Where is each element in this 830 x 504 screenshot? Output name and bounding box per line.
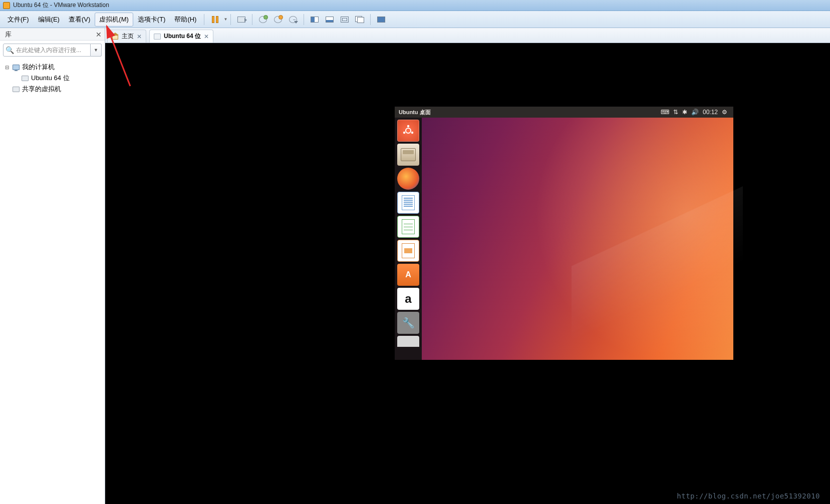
search-icon: 🔍 bbox=[6, 46, 14, 54]
tree-vm-ubuntu-label: Ubuntu 64 位 bbox=[31, 74, 70, 83]
power-dropdown[interactable]: ▼ bbox=[223, 17, 227, 22]
window-title: Ubuntu 64 位 - VMware Workstation bbox=[13, 1, 109, 10]
svg-point-1 bbox=[407, 125, 409, 127]
system-gear-icon[interactable]: ⚙ bbox=[722, 109, 727, 116]
clock-indicator[interactable]: 00:12 bbox=[703, 109, 718, 116]
revert-snapshot-button[interactable] bbox=[271, 14, 285, 26]
shared-icon bbox=[13, 87, 20, 92]
tree-my-computer-label: 我的计算机 bbox=[22, 63, 55, 72]
close-tab-icon[interactable]: ✕ bbox=[137, 33, 142, 40]
files-icon[interactable] bbox=[397, 144, 419, 166]
unity-mode-button[interactable] bbox=[308, 14, 322, 26]
vmware-logo-icon bbox=[3, 2, 10, 9]
sound-indicator-icon[interactable]: 🔊 bbox=[691, 109, 699, 116]
network-indicator-icon[interactable]: ⇅ bbox=[673, 109, 678, 116]
svg-point-2 bbox=[411, 132, 413, 134]
take-snapshot-button[interactable] bbox=[256, 14, 270, 26]
vm-console[interactable]: Ubuntu 桌面 ⌨ ⇅ ✱ 🔊 00:12 ⚙ bbox=[105, 43, 830, 504]
menu-tabs[interactable]: 选项卡(T) bbox=[133, 13, 170, 27]
home-icon bbox=[112, 34, 119, 40]
library-title: 库 bbox=[5, 30, 12, 39]
send-ctrl-alt-del-button[interactable] bbox=[234, 14, 248, 26]
firefox-icon[interactable] bbox=[397, 168, 419, 190]
separator bbox=[230, 14, 231, 25]
unity-launcher: A a 🔧 bbox=[395, 118, 422, 360]
system-settings-icon[interactable]: 🔧 bbox=[397, 312, 419, 334]
multi-monitor-button[interactable] bbox=[353, 14, 367, 26]
console-view-button[interactable] bbox=[323, 14, 337, 26]
window-titlebar: Ubuntu 64 位 - VMware Workstation bbox=[0, 0, 830, 11]
ubuntu-software-icon[interactable]: A bbox=[397, 264, 419, 286]
vm-icon bbox=[22, 76, 29, 81]
pause-vm-button[interactable] bbox=[208, 14, 222, 26]
bluetooth-indicator-icon[interactable]: ✱ bbox=[682, 109, 687, 116]
fullscreen-button[interactable] bbox=[374, 14, 388, 26]
library-search-input[interactable]: 🔍 在此处键入内容进行搜... bbox=[3, 44, 91, 57]
libreoffice-impress-icon[interactable] bbox=[397, 240, 419, 262]
libreoffice-writer-icon[interactable] bbox=[397, 192, 419, 214]
trash-icon[interactable] bbox=[397, 336, 419, 347]
close-library-icon[interactable]: ✕ bbox=[96, 31, 102, 39]
ubuntu-wallpaper[interactable] bbox=[422, 118, 733, 360]
collapse-icon[interactable]: ⊟ bbox=[4, 65, 10, 70]
keyboard-indicator-icon[interactable]: ⌨ bbox=[661, 109, 669, 116]
tree-vm-ubuntu[interactable]: Ubuntu 64 位 bbox=[2, 73, 103, 84]
ubuntu-guest-screen[interactable]: Ubuntu 桌面 ⌨ ⇅ ✱ 🔊 00:12 ⚙ bbox=[395, 107, 733, 360]
menu-edit[interactable]: 编辑(E) bbox=[34, 13, 64, 27]
vm-tab-icon bbox=[154, 34, 161, 40]
menu-view[interactable]: 查看(V) bbox=[64, 13, 95, 27]
ubuntu-desktop-title: Ubuntu 桌面 bbox=[399, 109, 431, 116]
libreoffice-calc-icon[interactable] bbox=[397, 216, 419, 238]
tab-home[interactable]: 主页 ✕ bbox=[107, 30, 146, 43]
menu-help[interactable]: 帮助(H) bbox=[170, 13, 201, 27]
separator bbox=[304, 14, 304, 25]
tab-ubuntu-vm[interactable]: Ubuntu 64 位 ✕ bbox=[149, 30, 213, 43]
tree-shared-vms[interactable]: 共享的虚拟机 bbox=[2, 84, 103, 95]
computer-icon bbox=[13, 65, 20, 70]
tab-home-label: 主页 bbox=[122, 32, 134, 41]
amazon-icon[interactable]: a bbox=[397, 288, 419, 310]
watermark-text: http://blog.csdn.net/joe51392010 bbox=[677, 492, 820, 500]
snapshot-manager-button[interactable] bbox=[286, 14, 300, 26]
main-pane: 主页 ✕ Ubuntu 64 位 ✕ Ubuntu 桌面 ⌨ ⇅ ✱ 🔊 00: bbox=[105, 28, 830, 504]
svg-point-0 bbox=[406, 128, 411, 133]
menu-toolbar: 文件(F) 编辑(E) 查看(V) 虚拟机(M) 选项卡(T) 帮助(H) ▼ bbox=[0, 11, 830, 28]
separator bbox=[370, 14, 371, 25]
library-sidebar: 库 ✕ 🔍 在此处键入内容进行搜... ▼ ⊟ 我的计算机 Ubuntu 64 … bbox=[0, 28, 105, 504]
search-dropdown[interactable]: ▼ bbox=[91, 44, 102, 57]
separator bbox=[204, 14, 204, 25]
close-tab-icon[interactable]: ✕ bbox=[204, 33, 209, 40]
tab-strip: 主页 ✕ Ubuntu 64 位 ✕ bbox=[105, 28, 830, 43]
tab-ubuntu-label: Ubuntu 64 位 bbox=[164, 32, 201, 41]
stretch-guest-button[interactable] bbox=[338, 14, 352, 26]
menu-file[interactable]: 文件(F) bbox=[3, 13, 34, 27]
svg-point-3 bbox=[403, 132, 405, 134]
tree-my-computer[interactable]: ⊟ 我的计算机 bbox=[2, 62, 103, 73]
dash-icon[interactable] bbox=[397, 120, 419, 142]
search-placeholder: 在此处键入内容进行搜... bbox=[16, 46, 81, 55]
library-tree: ⊟ 我的计算机 Ubuntu 64 位 共享的虚拟机 bbox=[0, 60, 105, 97]
separator bbox=[252, 14, 252, 25]
menu-vm[interactable]: 虚拟机(M) bbox=[95, 13, 133, 27]
tree ubuntu: 共享的虚拟机 bbox=[22, 85, 61, 94]
ubuntu-top-panel: Ubuntu 桌面 ⌨ ⇅ ✱ 🔊 00:12 ⚙ bbox=[395, 107, 733, 118]
